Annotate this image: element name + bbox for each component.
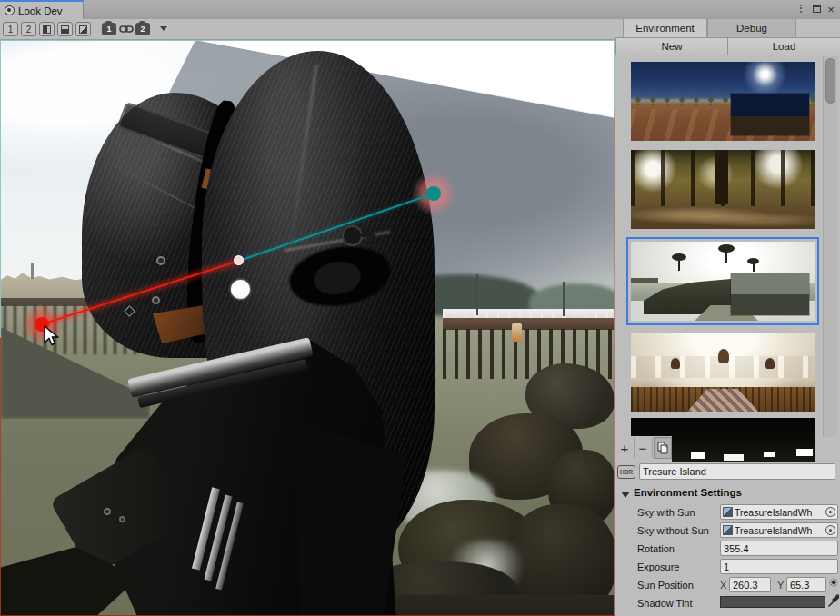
mask-ear-bolt xyxy=(342,225,363,246)
layout-side-by-side-button[interactable] xyxy=(39,22,55,36)
sky-with-sun-label: Sky with Sun xyxy=(637,507,695,518)
maximize-icon[interactable] xyxy=(810,3,823,16)
view2-border-left xyxy=(0,338,1,616)
sun-position-y-field[interactable]: 65.3 xyxy=(786,577,826,592)
environment-panel: Environment Debug New Load xyxy=(615,19,840,616)
sky-without-sun-label: Sky without Sun xyxy=(637,525,709,536)
lamp-post-2 xyxy=(563,282,565,316)
layout-single2-button[interactable]: 2 xyxy=(21,22,36,36)
toolbar-separator2 xyxy=(155,22,155,36)
hdr-badge: HDR xyxy=(617,465,635,479)
sky-without-sun-object-field[interactable]: TreasureIslandWh xyxy=(720,522,838,538)
layout-split-button[interactable] xyxy=(57,22,73,36)
env-thumbnail-4[interactable] xyxy=(631,333,815,412)
window-menu-icon[interactable] xyxy=(796,3,805,16)
shadow-tint-label: Shadow Tint xyxy=(637,598,693,609)
camera-dropdown-button[interactable] xyxy=(160,26,167,31)
cursor-icon xyxy=(42,325,62,351)
sun-y-label: Y xyxy=(777,580,784,591)
look-dev-tab[interactable]: Look Dev xyxy=(0,0,84,19)
helmet-screw-2 xyxy=(152,296,160,304)
sun-gizmo-icon[interactable]: ☀ xyxy=(828,576,839,590)
load-button[interactable]: Load xyxy=(727,37,840,55)
tab-debug[interactable]: Debug xyxy=(707,19,796,37)
scrollbar-thumb[interactable] xyxy=(825,58,835,104)
texture-icon xyxy=(723,525,733,535)
env-thumbnail-2[interactable] xyxy=(631,150,815,229)
title-bar: Look Dev × xyxy=(0,0,840,20)
helmet-screw-1 xyxy=(156,256,165,265)
sky-with-sun-object-field[interactable]: TreasureIslandWh xyxy=(720,504,838,520)
sun-position-label: Sun Position xyxy=(637,580,694,591)
collapse-triangle-icon[interactable] xyxy=(621,492,630,498)
lamp-post-1 xyxy=(476,274,478,315)
exposure-label: Exposure xyxy=(637,561,679,572)
sun-position-x-field[interactable]: 260.3 xyxy=(729,577,771,592)
tab-environment[interactable]: Environment xyxy=(623,19,707,37)
env-thumbnail-3[interactable] xyxy=(631,242,815,321)
shadow-tint-swatch[interactable] xyxy=(720,596,825,608)
layout-zone-button[interactable] xyxy=(75,22,91,36)
environment-name-field[interactable]: Tresure Island xyxy=(639,463,835,480)
view1-border-top xyxy=(0,40,615,41)
duplicate-icon xyxy=(657,442,668,454)
exposure-field[interactable]: 1 xyxy=(720,559,838,574)
city-tower xyxy=(31,263,34,279)
pier-barrel xyxy=(512,323,522,342)
link-cameras-icon[interactable] xyxy=(119,23,134,39)
eye-icon xyxy=(5,5,15,15)
rotation-field[interactable]: 355.4 xyxy=(720,541,838,556)
window-title: Look Dev xyxy=(18,5,63,16)
lookdev-toolbar xyxy=(0,19,615,40)
specular-dot xyxy=(231,280,250,299)
collar-rivet-1 xyxy=(104,508,111,515)
thumbnail-scrollbar[interactable] xyxy=(823,56,837,437)
split-handle-center[interactable] xyxy=(234,255,244,265)
camera2-badge[interactable]: 2 xyxy=(135,23,150,35)
env-thumbnail-1[interactable] xyxy=(631,62,815,141)
view1-border-left xyxy=(0,40,1,338)
new-button[interactable]: New xyxy=(615,37,728,55)
toolbar-separator xyxy=(95,22,95,36)
duplicate-environment-button[interactable] xyxy=(654,437,672,459)
split-handle-teal[interactable] xyxy=(426,186,441,201)
remove-environment-button[interactable]: − xyxy=(635,438,650,458)
close-icon[interactable]: × xyxy=(825,3,837,16)
eyedropper-icon[interactable] xyxy=(828,594,839,611)
camera1-badge[interactable]: 1 xyxy=(102,23,116,35)
env-thumbnail-3-inset xyxy=(731,273,809,315)
texture-icon xyxy=(723,507,733,517)
environment-settings-header[interactable]: Environment Settings xyxy=(634,487,742,498)
viewport[interactable] xyxy=(0,40,615,616)
env-thumbnail-1-inset xyxy=(731,94,809,135)
add-environment-button[interactable]: + xyxy=(617,438,632,458)
collar-rivet-2 xyxy=(119,516,125,522)
object-picker-icon[interactable] xyxy=(825,507,835,517)
look-dev-window: Look Dev × 1 2 1 2 xyxy=(0,0,840,616)
layout-single1-button[interactable]: 1 xyxy=(3,22,18,36)
rotation-label: Rotation xyxy=(637,543,675,554)
sun-x-label: X xyxy=(720,580,726,591)
object-picker-icon[interactable] xyxy=(825,525,835,535)
